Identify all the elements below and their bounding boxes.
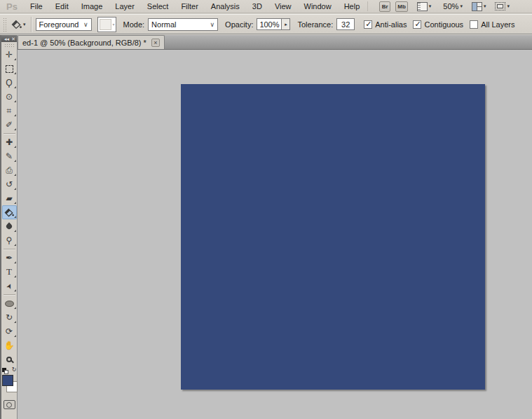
zoom-tool[interactable]	[2, 352, 17, 366]
arrange-documents-icon	[472, 2, 482, 11]
crop-icon: ⌗	[7, 106, 12, 116]
menu-select[interactable]: Select	[141, 1, 175, 12]
rectangular-marquee-tool[interactable]	[2, 62, 17, 76]
view-extras-icon	[417, 2, 428, 11]
launch-mobile-button[interactable]: Mb	[395, 1, 408, 12]
ps-logo: Ps	[0, 1, 24, 12]
menu-layer[interactable]: Layer	[109, 1, 141, 12]
collapse-panel-icon[interactable]: ◂◂	[4, 36, 9, 41]
opacity-slider-button[interactable]: ▸	[282, 18, 290, 30]
eraser-tool[interactable]: ▰	[2, 191, 17, 205]
opacity-label: Opacity:	[225, 20, 253, 29]
history-brush-tool[interactable]: ↺	[2, 177, 17, 191]
zoom-level-dropdown[interactable]: 50% ▾	[443, 2, 463, 11]
quick-selection-tool[interactable]: ⊙	[2, 90, 17, 104]
screen-mode-button[interactable]: ▾	[495, 2, 510, 11]
pen-tool[interactable]: ✒	[2, 251, 17, 265]
all-layers-checkbox[interactable]	[470, 20, 478, 29]
arrange-documents-button[interactable]: ▾	[472, 2, 486, 11]
type-tool[interactable]: T	[2, 265, 17, 279]
menu-help[interactable]: Help	[338, 1, 367, 12]
chevron-down-icon: ▾	[113, 22, 115, 27]
mode-dropdown[interactable]: Normal ∨	[148, 18, 218, 31]
swap-colors-icon[interactable]: ↻	[12, 366, 17, 373]
eraser-icon: ▰	[6, 193, 12, 203]
lasso-tool[interactable]: Ϙ	[2, 76, 17, 90]
contiguous-checkbox[interactable]	[413, 20, 421, 29]
menu-items: File Edit Image Layer Select Filter Anal…	[24, 1, 368, 12]
eyedropper-tool[interactable]: ✐	[2, 118, 17, 132]
all-layers-checkbox-row: All Layers	[470, 20, 514, 29]
pattern-swatch	[100, 19, 111, 30]
ellipse-icon	[5, 301, 14, 307]
view-extras-button[interactable]: ▾	[417, 2, 432, 11]
path-selection-tool[interactable]: ➤	[2, 279, 17, 293]
brush-icon: ✎	[6, 151, 13, 161]
pen-icon: ✒	[6, 253, 13, 263]
document-tab[interactable]: ed-1 @ 50% (Background, RGB/8) * ×	[18, 35, 165, 49]
healing-brush-icon: ✚	[6, 137, 13, 147]
menu-image[interactable]: Image	[75, 1, 109, 12]
tool-group-separator	[4, 249, 15, 249]
menu-view[interactable]: View	[268, 1, 298, 12]
dodge-tool[interactable]: ⚲	[2, 233, 17, 247]
options-separator	[31, 17, 32, 32]
move-tool[interactable]: ✛	[2, 48, 17, 62]
antialias-label: Anti-alias	[375, 20, 407, 29]
ellipse-tool[interactable]	[2, 296, 17, 310]
antialias-checkbox[interactable]	[364, 20, 372, 29]
menu-analysis[interactable]: Analysis	[205, 1, 246, 12]
pattern-picker[interactable]: ▾	[97, 17, 116, 32]
marquee-icon	[6, 65, 13, 73]
launch-bridge-button[interactable]: Br	[379, 1, 390, 12]
chevron-down-icon: ▾	[23, 22, 26, 27]
chevron-down-icon: ▾	[507, 4, 510, 9]
fill-source-value: Foreground	[39, 20, 79, 29]
close-panel-icon[interactable]: ✕	[11, 36, 15, 41]
opacity-input[interactable]: 100%	[257, 18, 282, 30]
tools-panel: ◂◂ ✕ ✛ Ϙ ⊙ ⌗ ✐ ✚ ✎ ⎙ ↺ ▰	[0, 35, 18, 419]
mode-label: Mode:	[123, 20, 145, 29]
eyedropper-icon: ✐	[6, 120, 13, 130]
quick-mask-button[interactable]	[4, 400, 15, 409]
lasso-icon: Ϙ	[6, 78, 12, 88]
paint-bucket-icon	[11, 20, 22, 29]
clone-stamp-tool[interactable]: ⎙	[2, 163, 17, 177]
crop-tool[interactable]: ⌗	[2, 104, 17, 118]
chevron-down-icon: ▾	[460, 4, 463, 9]
canvas-pasteboard[interactable]	[18, 50, 532, 419]
all-layers-label: All Layers	[481, 20, 514, 29]
paint-bucket-tool[interactable]	[2, 205, 17, 219]
blur-tool[interactable]	[2, 219, 17, 233]
quick-selection-icon: ⊙	[6, 92, 13, 102]
contiguous-label: Contiguous	[424, 20, 463, 29]
move-icon: ✛	[6, 50, 13, 60]
foreground-swatch[interactable]	[2, 375, 13, 386]
menu-3d[interactable]: 3D	[246, 1, 268, 12]
tool-preset-picker[interactable]: ▾	[10, 20, 29, 29]
menu-window[interactable]: Window	[298, 1, 338, 12]
tolerance-label: Tolerance:	[297, 20, 333, 29]
spot-healing-brush-tool[interactable]: ✚	[2, 135, 17, 149]
rotate-3d-tool[interactable]: ↻	[2, 310, 17, 324]
quick-mask-icon	[6, 402, 12, 408]
rotate-3d-icon: ↻	[6, 312, 13, 322]
hand-tool[interactable]: ✋	[2, 338, 17, 352]
options-bar: ▾ Foreground ∨ ▾ Mode: Normal ∨ Opacity:…	[0, 14, 532, 34]
menu-edit[interactable]: Edit	[49, 1, 75, 12]
brush-tool[interactable]: ✎	[2, 149, 17, 163]
tolerance-input[interactable]: 32	[336, 18, 355, 30]
options-bar-grip[interactable]	[3, 18, 8, 32]
orbit-3d-tool[interactable]: ⟳	[2, 324, 17, 338]
default-colors-button[interactable]	[2, 368, 8, 374]
menu-file[interactable]: File	[24, 1, 49, 12]
document-canvas[interactable]	[181, 84, 485, 390]
menu-filter[interactable]: Filter	[175, 1, 204, 12]
tools-panel-grip[interactable]	[4, 43, 14, 47]
antialias-checkbox-row: Anti-alias	[364, 20, 407, 29]
screen-mode-icon	[495, 2, 505, 11]
fill-source-dropdown[interactable]: Foreground ∨	[36, 18, 92, 31]
clone-stamp-icon: ⎙	[6, 165, 13, 175]
close-icon[interactable]: ×	[151, 39, 160, 47]
menu-bar: Ps File Edit Image Layer Select Filter A…	[0, 0, 532, 13]
